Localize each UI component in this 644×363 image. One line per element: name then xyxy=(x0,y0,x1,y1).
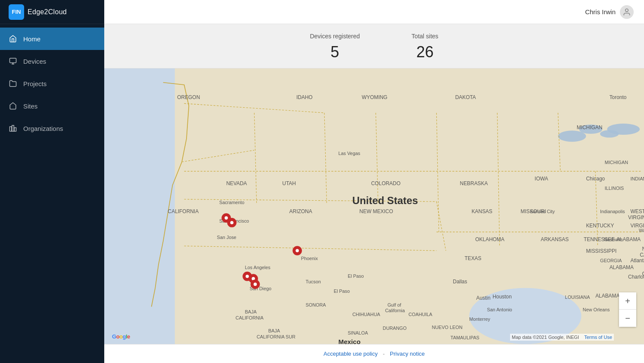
svg-text:ILLINOIS: ILLINOIS xyxy=(605,186,624,191)
sidebar-item-label: Sites xyxy=(23,102,37,110)
svg-point-13 xyxy=(607,124,640,135)
svg-point-124 xyxy=(246,275,249,278)
sidebar-item-sites[interactable]: Sites xyxy=(0,95,104,117)
svg-text:Tucson: Tucson xyxy=(306,279,321,284)
sidebar-nav: Home Devices Projects xyxy=(0,24,104,140)
svg-text:Mexico: Mexico xyxy=(339,338,361,344)
svg-text:Houston: Houston xyxy=(492,294,511,300)
zoom-out-button[interactable]: − xyxy=(619,310,636,327)
svg-point-122 xyxy=(296,249,299,252)
sidebar-item-organizations[interactable]: Organizations xyxy=(0,117,104,140)
svg-text:VIRGINIA: VIRGINIA xyxy=(628,214,644,220)
svg-text:Toronto: Toronto xyxy=(610,94,627,100)
svg-text:Las Vegas: Las Vegas xyxy=(339,151,361,156)
svg-text:INDIANA: INDIANA xyxy=(630,176,644,181)
svg-text:Chicago: Chicago xyxy=(586,176,605,182)
svg-text:San Antonio: San Antonio xyxy=(487,307,512,312)
svg-text:ALABAMA: ALABAMA xyxy=(610,264,634,270)
svg-text:CHIHUAHUA: CHIHUAHUA xyxy=(352,312,380,317)
svg-text:Kansas City: Kansas City xyxy=(530,209,555,214)
svg-text:Sacramento: Sacramento xyxy=(219,200,244,205)
sidebar-logo: FIN Edge2Cloud xyxy=(0,0,104,24)
svg-text:Atlanta: Atlanta xyxy=(630,258,644,264)
map-zoom-controls: + − xyxy=(619,292,636,327)
svg-text:MICHIGAN: MICHIGAN xyxy=(605,160,628,165)
svg-text:DURANGO: DURANGO xyxy=(383,326,407,331)
app-container: FIN Edge2Cloud Home xyxy=(0,0,644,363)
stat-sites: Total sites 26 xyxy=(411,33,438,61)
svg-text:OKLAHOMA: OKLAHOMA xyxy=(475,236,504,242)
acceptable-use-policy-link[interactable]: Acceptable use policy xyxy=(324,351,378,357)
sidebar-item-devices[interactable]: Devices xyxy=(0,50,104,72)
svg-text:WYOMING: WYOMING xyxy=(362,94,388,100)
main-content: Chris Irwin Devices registered 5 Total s… xyxy=(104,0,644,363)
privacy-notice-link[interactable]: Privacy notice xyxy=(390,351,425,357)
svg-point-120 xyxy=(230,221,233,224)
svg-text:Phoenix: Phoenix xyxy=(301,256,318,261)
svg-text:MISSISSIPPI: MISSISSIPPI xyxy=(586,248,616,254)
sites-icon xyxy=(9,102,17,110)
svg-point-10 xyxy=(558,130,586,142)
svg-text:Nashville: Nashville xyxy=(604,237,623,242)
svg-text:New Orleans: New Orleans xyxy=(583,307,610,312)
svg-text:California: California xyxy=(385,308,405,313)
zoom-in-button[interactable]: + xyxy=(619,292,636,310)
user-info[interactable]: Chris Irwin xyxy=(585,5,634,19)
google-logo: Google xyxy=(112,333,130,340)
svg-text:ALABAMA: ALABAMA xyxy=(595,293,619,299)
footer: Acceptable use policy - Privacy notice xyxy=(104,344,644,363)
stat-sites-value: 26 xyxy=(416,43,433,61)
sidebar: FIN Edge2Cloud Home xyxy=(0,0,104,363)
svg-text:Charlotte: Charlotte xyxy=(628,274,644,280)
svg-text:NEBRASKA: NEBRASKA xyxy=(460,180,488,186)
svg-text:United States: United States xyxy=(352,195,418,206)
svg-text:ARIZONA: ARIZONA xyxy=(289,208,312,214)
svg-text:IOWA: IOWA xyxy=(535,176,548,182)
svg-text:Indianapolis: Indianapolis xyxy=(600,209,625,214)
svg-text:Gulf of: Gulf of xyxy=(387,302,401,307)
svg-text:NORTH: NORTH xyxy=(642,246,644,252)
stat-devices: Devices registered 5 xyxy=(310,33,360,61)
sidebar-item-label: Organizations xyxy=(23,125,63,132)
svg-text:Dallas: Dallas xyxy=(453,279,467,285)
svg-rect-0 xyxy=(10,58,16,63)
svg-point-118 xyxy=(224,216,228,220)
stat-devices-value: 5 xyxy=(330,43,339,61)
stat-sites-label: Total sites xyxy=(411,33,438,40)
sidebar-item-label: Projects xyxy=(23,80,47,87)
user-avatar-icon xyxy=(620,5,634,19)
svg-text:El Paso: El Paso xyxy=(334,289,350,294)
svg-text:Monterrey: Monterrey xyxy=(469,316,490,322)
svg-rect-5 xyxy=(14,128,16,131)
svg-text:CALIFORNIA: CALIFORNIA xyxy=(168,208,199,214)
svg-text:NUEVO LEON: NUEVO LEON xyxy=(432,325,462,330)
svg-text:Austin: Austin xyxy=(476,295,491,301)
sidebar-item-projects[interactable]: Projects xyxy=(0,72,104,95)
svg-text:BAJA: BAJA xyxy=(268,328,280,333)
svg-text:TEXAS: TEXAS xyxy=(464,255,481,261)
sidebar-item-home[interactable]: Home xyxy=(0,28,104,50)
map-attribution: Map data ©2021 Google, INEGI Terms of Us… xyxy=(510,334,614,341)
sidebar-item-label: Home xyxy=(23,35,40,43)
svg-text:COLORADO: COLORADO xyxy=(371,180,400,186)
organizations-icon xyxy=(9,124,17,133)
svg-text:GEORGIA: GEORGIA xyxy=(600,258,622,263)
svg-text:CALIFORNIA SUR: CALIFORNIA SUR xyxy=(257,334,296,339)
svg-text:LOUISIANA: LOUISIANA xyxy=(565,295,591,300)
projects-icon xyxy=(9,79,17,88)
svg-text:UTAH: UTAH xyxy=(282,180,296,186)
svg-text:ARKANSAS: ARKANSAS xyxy=(541,236,569,242)
svg-text:SINALOA: SINALOA xyxy=(348,330,368,335)
svg-text:IDAHO: IDAHO xyxy=(296,94,313,100)
svg-text:Los Angeles: Los Angeles xyxy=(245,265,271,270)
svg-text:NEW MEXICO: NEW MEXICO xyxy=(359,208,393,214)
map-container[interactable]: United States OREGON IDAHO WYOMING DAKOT… xyxy=(104,68,644,344)
footer-separator: - xyxy=(383,351,385,357)
svg-text:El Paso: El Paso xyxy=(348,273,364,279)
stat-devices-label: Devices registered xyxy=(310,33,360,40)
logo-icon: FIN xyxy=(9,4,24,20)
svg-text:Washington: Washington xyxy=(639,228,644,233)
svg-text:CALIFORNIA: CALIFORNIA xyxy=(236,315,264,320)
svg-text:NEVADA: NEVADA xyxy=(226,180,247,186)
terms-of-use-link[interactable]: Terms of Use xyxy=(584,335,612,340)
